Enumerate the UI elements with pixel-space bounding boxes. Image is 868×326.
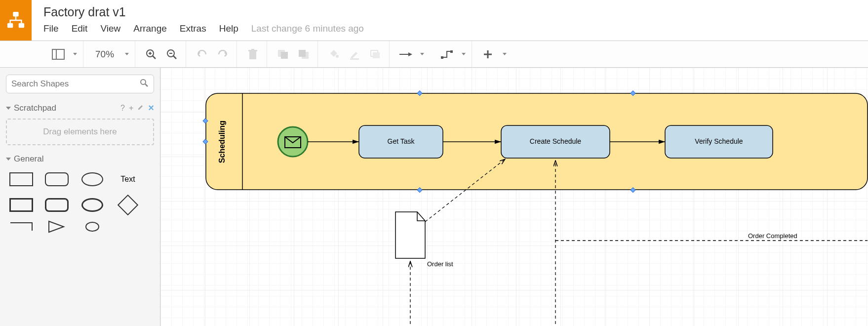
svg-rect-14 [251,49,254,50]
search-icon[interactable] [140,79,149,89]
last-change-status: Last change 6 minutes ago [251,23,364,34]
task-create-schedule[interactable]: Create Schedule [501,125,610,158]
scratchpad-label: Scratchpad [14,103,56,113]
menu-view[interactable]: View [100,23,120,34]
shape-text[interactable]: Text [115,171,141,188]
chevron-down-icon [6,158,11,161]
app-logo-icon[interactable] [0,0,32,41]
task-get-task[interactable]: Get Task [359,125,443,158]
svg-rect-18 [299,50,306,57]
shape-diamond[interactable] [115,197,141,213]
svg-line-29 [145,84,148,86]
shape-rectangle-bold[interactable] [8,197,35,213]
shape-rounded-rectangle-bold[interactable] [43,197,70,213]
start-message-event[interactable] [278,127,308,157]
task-label: Create Schedule [530,137,582,145]
line-color-icon[interactable] [347,46,362,62]
shape-partial-1[interactable] [8,218,35,235]
svg-line-10 [173,56,176,59]
svg-line-6 [153,56,156,59]
menu-edit[interactable]: Edit [72,23,88,34]
svg-point-28 [141,80,146,84]
shape-rectangle[interactable] [8,171,35,188]
zoom-level[interactable]: 70% [91,49,118,60]
scratchpad-close-icon[interactable]: × [148,102,154,114]
svg-rect-0 [13,12,18,17]
task-verify-schedule[interactable]: Verify Schedule [665,125,773,158]
shape-ellipse-bold[interactable] [79,197,106,213]
undo-icon[interactable] [194,46,210,62]
toolbar: 70% [0,41,868,68]
svg-rect-20 [350,58,359,60]
svg-point-30 [86,222,99,231]
scratchpad-hint: Drag elements here [43,127,117,137]
fill-color-icon[interactable] [326,46,342,62]
sidebar-toggle-icon[interactable] [50,46,66,62]
redo-icon[interactable] [215,46,231,62]
task-label: Get Task [388,137,415,145]
document-title[interactable]: Factory drat v1 [43,0,868,19]
shape-rounded-rectangle[interactable] [43,171,70,188]
menubar: File Edit View Arrange Extras Help Last … [43,19,868,37]
general-label: General [14,154,43,164]
zoom-in-icon[interactable] [143,46,159,62]
chevron-down-icon[interactable] [462,53,466,55]
scratchpad-section-header[interactable]: Scratchpad ? + × [6,102,154,114]
diagram-canvas[interactable]: Scheduling Get Task Create Schedule [160,68,868,326]
svg-rect-2 [19,23,24,28]
menu-help[interactable]: Help [219,23,238,34]
search-shapes-input[interactable] [11,79,140,89]
scratchpad-help-icon[interactable]: ? [120,104,125,113]
app-header: Factory drat v1 File Edit View Arrange E… [0,0,868,41]
chevron-down-icon[interactable] [503,53,507,55]
shape-circle-outline[interactable] [79,218,106,235]
task-label: Verify Schedule [695,137,743,145]
chevron-down-icon[interactable] [420,53,424,55]
add-icon[interactable] [480,46,496,62]
scratchpad-edit-icon[interactable] [137,104,144,113]
diagram-svg: Scheduling Get Task Create Schedule [160,68,868,326]
svg-point-19 [336,55,339,58]
annotation-order-completed: Order Completed [748,232,797,240]
svg-point-33 [278,127,308,157]
svg-rect-16 [281,52,288,59]
delete-icon[interactable] [245,46,261,62]
shadow-icon[interactable] [367,46,383,62]
svg-rect-1 [7,23,13,28]
svg-rect-25 [450,50,453,53]
data-object-label: Order list [427,260,453,268]
shape-ellipse[interactable] [79,171,106,188]
chevron-down-icon [6,107,11,110]
search-shapes-wrap [6,75,154,93]
svg-rect-24 [441,56,443,59]
scratchpad-add-icon[interactable]: + [129,104,133,113]
shape-triangle[interactable] [43,218,70,235]
data-object-order-list[interactable]: Order list [395,212,453,268]
svg-rect-22 [373,52,380,58]
shapes-sidebar: Scratchpad ? + × Drag elements here Gene… [0,68,160,326]
to-front-icon[interactable] [275,46,291,62]
lane-label: Scheduling [218,121,226,163]
general-section-header[interactable]: General [6,154,154,164]
chevron-down-icon[interactable] [73,53,77,55]
svg-rect-12 [249,51,256,59]
chevron-down-icon[interactable] [125,53,129,55]
zoom-out-icon[interactable] [164,46,180,62]
menu-extras[interactable]: Extras [180,23,206,34]
to-back-icon[interactable] [296,46,312,62]
svg-rect-3 [52,49,64,59]
menu-file[interactable]: File [43,23,59,34]
scratchpad-dropzone[interactable]: Drag elements here [6,119,154,145]
waypoints-icon[interactable] [439,46,455,62]
shape-palette: Text [6,171,154,213]
connection-icon[interactable] [397,46,413,62]
menu-arrange[interactable]: Arrange [133,23,167,34]
